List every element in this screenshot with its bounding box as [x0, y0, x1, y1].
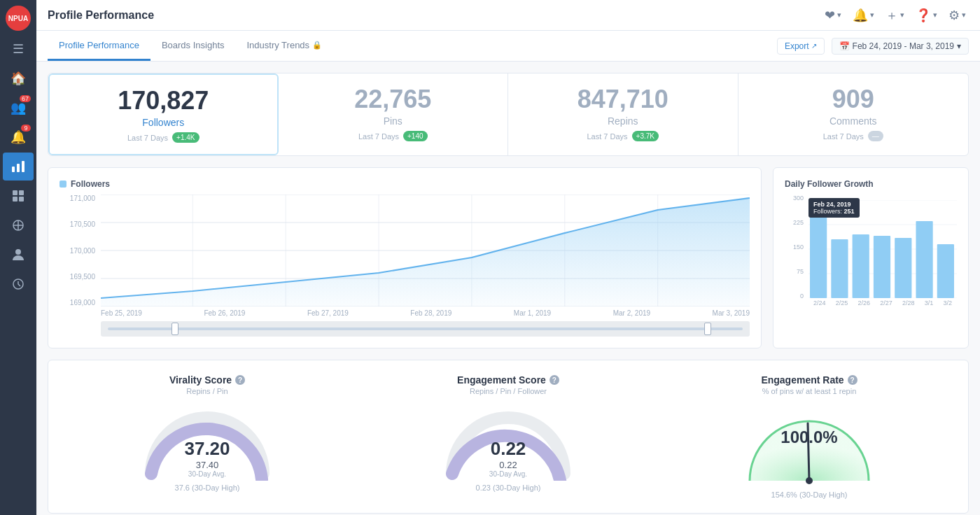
stat-followers: 170,827 Followers Last 7 Days +1.4K: [48, 73, 279, 155]
pins-label: Pins: [290, 115, 497, 127]
sidebar-item-home[interactable]: 🏠: [3, 64, 34, 92]
bar-chart-title: Daily Follower Growth: [785, 179, 957, 189]
virality-center: 37.20 37.40 30-Day Avg.: [184, 438, 230, 478]
gauge-engagement: Engagement Score ? Repins / Pin / Follow…: [363, 374, 653, 499]
svg-rect-2: [22, 161, 24, 172]
scrubber-handle-right[interactable]: [704, 323, 711, 335]
virality-subtitle: Repins / Pin: [186, 387, 227, 395]
comments-number: 909: [750, 85, 958, 114]
bar-chart-box: Daily Follower Growth 300 225 150 75 0 F…: [773, 167, 969, 348]
area-chart-box: Followers 171,000 170,500 170,000 169,50…: [48, 167, 762, 348]
engagement-rate-gauge: 100.0%: [732, 404, 886, 488]
pins-change: +140: [403, 131, 428, 141]
engagement-info-icon[interactable]: ?: [550, 375, 559, 385]
help-btn[interactable]: ❓ ▾: [913, 5, 940, 26]
engagement-rate-subtitle: % of pins w/ at least 1 repin: [762, 387, 857, 395]
topnav-right: ❤ ▾ 🔔 ▾ ＋ ▾ ❓ ▾ ⚙ ▾: [822, 4, 969, 27]
virality-info-icon[interactable]: ?: [235, 375, 245, 385]
svg-rect-32: [895, 238, 911, 298]
engagement-rate-high: 154.6% (30-Day High): [771, 491, 848, 499]
followers-label: Followers: [61, 117, 266, 128]
virality-title: Virality Score ?: [169, 374, 245, 386]
engagement-title: Engagement Score ?: [457, 374, 559, 386]
svg-rect-29: [831, 239, 848, 298]
virality-high: 37.6 (30-Day High): [175, 484, 240, 492]
export-button[interactable]: Export ↗: [777, 38, 825, 55]
avatar[interactable]: NPUA: [6, 6, 31, 31]
sidebar: NPUA ☰ 🏠 👥67 🔔9: [0, 0, 36, 515]
svg-rect-28: [810, 216, 827, 298]
bell-btn[interactable]: 🔔 ▾: [850, 5, 877, 26]
followers-change: +1.4K: [172, 132, 199, 143]
legend-dot: [59, 181, 66, 188]
sidebar-item-menu[interactable]: ☰: [3, 35, 34, 63]
gauge-virality: Virality Score ? Repins / Pin 37.20 37.4…: [62, 374, 352, 499]
comments-footer: Last 7 Days —: [750, 131, 958, 141]
virality-gauge-svg: 37.20 37.40 30-Day Avg.: [137, 404, 277, 481]
repins-change: +3.7K: [632, 131, 659, 141]
followers-number: 170,827: [61, 86, 266, 115]
sidebar-item-history[interactable]: [3, 270, 34, 298]
avatar-text: NPUA: [8, 15, 28, 22]
tab-industry-trends[interactable]: Industry Trends 🔒: [236, 31, 334, 61]
lock-icon: 🔒: [312, 41, 322, 50]
scrubber-handle-left[interactable]: [172, 323, 178, 335]
svg-rect-33: [916, 221, 932, 298]
svg-rect-3: [13, 190, 18, 195]
scrubber[interactable]: [101, 321, 750, 337]
engagement-rate-info-icon[interactable]: ?: [848, 375, 858, 385]
repins-number: 847,710: [519, 85, 727, 114]
engagement-gauge-svg: 0.22 0.22 30-Day Avg.: [438, 404, 578, 481]
sidebar-item-boards[interactable]: [3, 182, 34, 210]
stats-row: 170,827 Followers Last 7 Days +1.4K 22,7…: [48, 73, 969, 156]
gauges-row: Virality Score ? Repins / Pin 37.20 37.4…: [48, 360, 969, 514]
svg-rect-6: [19, 197, 24, 202]
repins-footer: Last 7 Days +3.7K: [519, 131, 727, 141]
repins-label: Repins: [519, 115, 727, 127]
bar-chart-svg-wrap: Feb 24, 2019 Followers: 251: [808, 195, 957, 299]
svg-point-36: [806, 477, 813, 484]
bar-x-labels: 2/24 2/25 2/26 2/27 2/28 3/1 3/2: [808, 299, 957, 306]
users-badge: 67: [20, 95, 31, 102]
content-area: 170,827 Followers Last 7 Days +1.4K 22,7…: [36, 62, 980, 515]
engagement-subtitle: Repins / Pin / Follower: [470, 387, 547, 395]
engagement-high: 0.23 (30-Day High): [476, 484, 541, 492]
sidebar-item-analytics[interactable]: [3, 153, 34, 181]
charts-row: Followers 171,000 170,500 170,000 169,50…: [48, 167, 969, 348]
sidebar-item-tools[interactable]: [3, 211, 34, 239]
svg-rect-0: [12, 167, 15, 172]
x-axis: Feb 25, 2019 Feb 26, 2019 Feb 27, 2019 F…: [101, 309, 750, 317]
sidebar-item-person[interactable]: [3, 241, 34, 269]
svg-rect-34: [937, 244, 954, 298]
stat-pins: 22,765 Pins Last 7 Days +140: [279, 73, 509, 155]
tabbar: Profile Performance Boards Insights Indu…: [36, 31, 980, 62]
svg-rect-31: [874, 236, 890, 298]
tab-profile-performance[interactable]: Profile Performance: [48, 31, 150, 61]
svg-rect-5: [13, 197, 18, 202]
area-chart-svg: [101, 195, 750, 306]
date-range-picker[interactable]: 📅 Feb 24, 2019 - Mar 3, 2019 ▾: [832, 38, 969, 55]
followers-footer: Last 7 Days +1.4K: [61, 132, 266, 143]
svg-rect-4: [19, 190, 24, 195]
notifications-badge: 9: [21, 125, 31, 132]
comments-label: Comments: [750, 115, 958, 127]
tab-boards-insights[interactable]: Boards Insights: [150, 31, 236, 61]
settings-btn[interactable]: ⚙ ▾: [946, 5, 969, 26]
engagement-rate-title: Engagement Rate ?: [761, 374, 857, 386]
pins-footer: Last 7 Days +140: [290, 131, 497, 141]
tabs: Profile Performance Boards Insights Indu…: [48, 31, 333, 61]
engagement-center: 0.22 0.22 30-Day Avg.: [489, 438, 527, 478]
y-axis: 171,000 170,500 170,000 169,500 169,000: [59, 195, 98, 306]
sidebar-item-users[interactable]: 👥67: [3, 94, 34, 122]
plus-btn[interactable]: ＋ ▾: [883, 4, 907, 27]
svg-point-10: [15, 249, 21, 255]
area-chart-title: Followers: [59, 179, 750, 189]
heart-btn[interactable]: ❤ ▾: [822, 5, 844, 26]
svg-rect-1: [17, 164, 20, 172]
svg-rect-30: [853, 234, 869, 298]
pins-number: 22,765: [290, 85, 497, 114]
stat-comments: 909 Comments Last 7 Days —: [738, 73, 969, 155]
engagement-rate-value: 100.0%: [780, 428, 837, 447]
sidebar-item-notifications[interactable]: 🔔9: [3, 123, 34, 151]
comments-change: —: [868, 131, 883, 141]
